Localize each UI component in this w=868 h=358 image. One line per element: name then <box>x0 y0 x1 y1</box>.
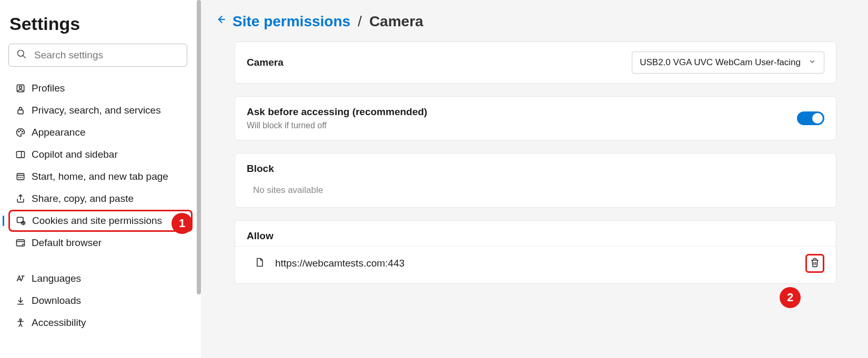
accessibility-icon <box>9 318 32 328</box>
delete-site-button[interactable] <box>808 257 822 270</box>
svg-rect-4 <box>18 110 23 114</box>
allow-site-row: https://webcamtests.com:443 <box>235 246 836 283</box>
svg-point-5 <box>18 131 19 132</box>
annotation-badge-1: 1 <box>171 213 193 234</box>
language-icon <box>9 273 32 284</box>
allow-site-url: https://webcamtests.com:443 <box>275 258 405 269</box>
block-title: Block <box>235 154 836 179</box>
camera-device-card: Camera USB2.0 VGA UVC WebCam User-facing <box>235 42 836 84</box>
sidebar-item-label: Share, copy, and paste <box>32 193 134 204</box>
svg-line-1 <box>23 56 26 58</box>
camera-label: Camera <box>247 57 284 68</box>
palette-icon <box>9 127 32 138</box>
chevron-down-icon <box>808 57 816 68</box>
svg-rect-8 <box>17 151 25 158</box>
main-content: Site permissions / Camera Camera USB2.0 … <box>201 0 868 358</box>
allow-section-card: Allow https://webcamtests.com:443 <box>235 220 836 284</box>
annotation-badge-2: 2 <box>780 287 801 308</box>
svg-point-3 <box>19 86 22 89</box>
sidebar-item-label: Downloads <box>32 295 81 306</box>
search-input[interactable] <box>34 49 179 61</box>
svg-rect-10 <box>17 173 24 180</box>
file-icon <box>254 256 265 271</box>
cookie-settings-icon <box>10 216 32 226</box>
ask-title: Ask before accessing (recommended) <box>247 106 427 118</box>
sidebar-item-languages[interactable]: Languages <box>8 268 193 290</box>
profile-icon <box>9 83 32 94</box>
sidebar-item-label: Default browser <box>32 237 102 249</box>
block-section-card: Block No sites available <box>235 153 836 208</box>
download-icon <box>9 295 32 306</box>
ask-toggle[interactable] <box>797 111 824 125</box>
sidebar-item-profiles[interactable]: Profiles <box>8 77 193 99</box>
breadcrumb-separator: / <box>358 13 362 30</box>
ask-before-accessing-card: Ask before accessing (recommended) Will … <box>235 96 836 140</box>
svg-point-12 <box>18 177 19 178</box>
settings-nav: Profiles Privacy, search, and services A… <box>8 77 193 334</box>
settings-title: Settings <box>9 14 193 34</box>
sidebar-item-label: Appearance <box>32 127 85 138</box>
sidebar-item-start[interactable]: Start, home, and new tab page <box>8 166 193 188</box>
share-icon <box>9 193 32 204</box>
ask-subtitle: Will block if turned off <box>247 121 427 130</box>
svg-point-23 <box>19 319 21 321</box>
tab-icon <box>9 171 32 182</box>
lock-icon <box>9 105 32 116</box>
search-settings-field[interactable] <box>8 44 187 67</box>
svg-point-13 <box>21 177 21 178</box>
back-button[interactable] <box>214 13 227 30</box>
sidebar-item-appearance[interactable]: Appearance <box>8 121 193 144</box>
svg-point-14 <box>22 177 23 178</box>
sidebar-item-copilot[interactable]: Copilot and sidebar <box>8 144 193 166</box>
sidebar-item-label: Cookies and site permissions <box>32 215 162 227</box>
trash-icon <box>810 257 820 270</box>
sidebar-item-share[interactable]: Share, copy, and paste <box>8 188 193 210</box>
sidebar-item-label: Privacy, search, and services <box>32 105 161 116</box>
sidebar-icon <box>9 149 32 160</box>
sidebar-item-label: Accessibility <box>32 317 86 329</box>
sidebar-item-label: Profiles <box>32 83 65 94</box>
breadcrumb-parent-link[interactable]: Site permissions <box>233 13 350 30</box>
camera-selected-value: USB2.0 VGA UVC WebCam User-facing <box>640 57 801 68</box>
block-empty-text: No sites available <box>235 179 836 207</box>
sidebar-item-default-browser[interactable]: Default browser <box>8 232 193 254</box>
toggle-knob <box>812 113 823 124</box>
browser-icon <box>9 238 32 248</box>
breadcrumb-current: Camera <box>369 13 423 30</box>
svg-point-0 <box>18 50 24 57</box>
sidebar-item-privacy[interactable]: Privacy, search, and services <box>8 99 193 121</box>
svg-point-7 <box>22 131 23 132</box>
sidebar-scrollbar[interactable] <box>197 0 201 294</box>
search-icon <box>16 49 34 62</box>
sidebar-item-label: Copilot and sidebar <box>32 149 118 160</box>
sidebar-item-accessibility[interactable]: Accessibility <box>8 312 193 334</box>
allow-title: Allow <box>235 221 836 246</box>
sidebar-item-label: Languages <box>32 273 81 284</box>
sidebar-item-downloads[interactable]: Downloads <box>8 290 193 312</box>
svg-point-6 <box>20 130 21 131</box>
sidebar-item-label: Start, home, and new tab page <box>32 171 168 182</box>
sidebar-item-cookies[interactable]: Cookies and site permissions <box>8 210 193 232</box>
delete-site-highlight <box>805 254 824 273</box>
camera-device-select[interactable]: USB2.0 VGA UVC WebCam User-facing <box>632 52 824 74</box>
breadcrumb: Site permissions / Camera <box>214 13 836 30</box>
settings-sidebar: Settings Profiles Privacy, search, and s… <box>0 0 201 358</box>
